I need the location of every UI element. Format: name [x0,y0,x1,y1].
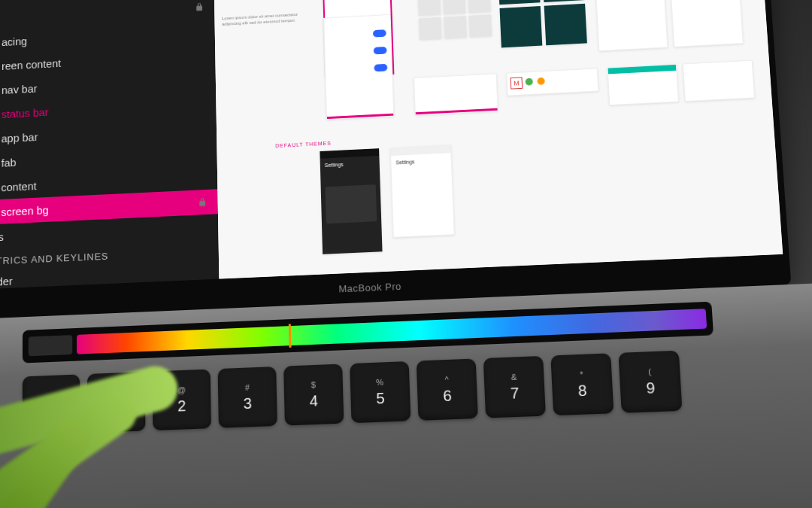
card-teal[interactable] [544,4,587,45]
card-teal[interactable] [500,6,543,47]
keyboard-key[interactable]: %5 [350,361,411,423]
list-frame[interactable] [323,14,394,120]
dark-theme-frame[interactable]: Settings [320,148,382,254]
lock-icon[interactable] [194,2,205,12]
layer-label: divider [0,266,209,287]
thumb[interactable] [419,17,441,40]
layer-label: content [1,172,207,193]
keyboard-key[interactable]: @2 [153,369,211,430]
touchbar-color-slider[interactable] [77,309,707,354]
light-theme-frame[interactable]: Settings [390,144,455,237]
card-teal[interactable] [498,0,541,5]
keyboard-key[interactable]: ~ [23,374,80,435]
keyboard-key[interactable]: !1 [87,372,146,433]
thumb[interactable] [444,16,467,38]
thumb[interactable] [418,0,441,16]
layer-label: status bar [2,98,206,119]
card[interactable] [683,60,755,102]
keyboard-key[interactable]: *8 [550,353,614,415]
laptop-brand: MacBook Pro [338,281,401,295]
touchbar-chip[interactable] [29,335,73,356]
keyboard-key[interactable]: #3 [218,367,277,428]
layers-panel[interactable]: acingreen contentnav barstatus barapp ba… [0,0,219,290]
layer-label: fab [2,147,207,168]
thumb[interactable] [469,14,492,37]
design-canvas[interactable]: Lorem ipsum dolor sit amet consectetur a… [214,0,783,279]
thumb[interactable] [468,0,491,13]
layer-label: screen bg [1,197,189,217]
caption-text: Lorem ipsum dolor sit amet consectetur a… [222,11,309,27]
card[interactable] [414,73,498,115]
layer-label [2,8,187,18]
laptop-base: ~!1@2#3$4%5^6&7*8(9 [0,282,812,508]
layer-label: app bar [2,123,207,144]
card[interactable] [607,64,679,105]
thumb[interactable] [443,0,466,14]
keyboard-key[interactable]: &7 [483,356,546,418]
toolbar-card[interactable]: M [506,68,598,96]
keyboard-key[interactable]: ^6 [417,358,478,420]
default-themes-label: DEFAULT THEMES [275,140,331,149]
keyboard-row: ~!1@2#3$4%5^6&7*8(9 [23,351,683,436]
keyboard-key[interactable]: (9 [618,351,682,413]
card[interactable] [595,0,668,51]
keyboard-key[interactable]: $4 [283,364,344,426]
lock-icon[interactable] [197,197,208,208]
card-teal[interactable] [542,0,585,2]
layer-label: nav bar [2,74,206,95]
card[interactable] [671,0,744,47]
